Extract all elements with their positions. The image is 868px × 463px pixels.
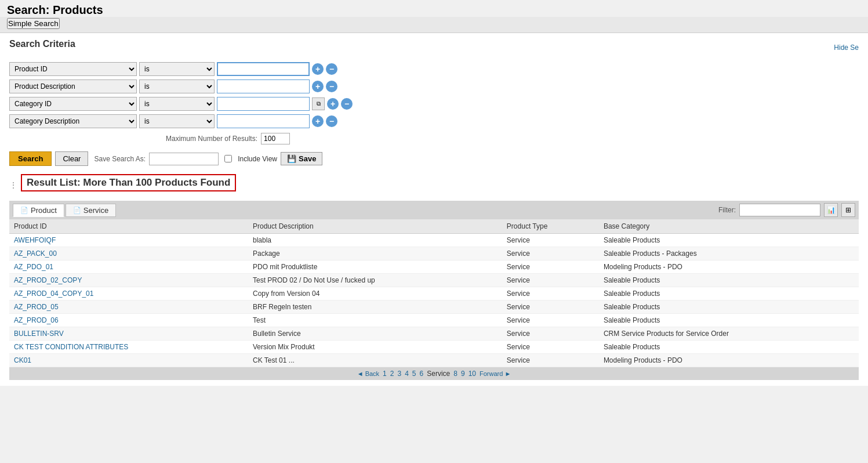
col-product-type: Product Type	[502, 219, 599, 234]
remove-criterion-1[interactable]: −	[326, 63, 337, 75]
include-view-checkbox[interactable]	[224, 155, 232, 162]
field-select-1[interactable]: Product ID Product Description Category …	[9, 62, 137, 76]
copy-button-3[interactable]: ⧉	[312, 97, 325, 110]
cell-product-id[interactable]: CK01	[9, 354, 248, 367]
page-2[interactable]: 2	[390, 370, 394, 378]
cell-product-id[interactable]: AZ_PACK_00	[9, 247, 248, 261]
cell-product-desc: Test PROD 02 / Do Not Use / fucked up	[248, 274, 502, 287]
operator-select-3[interactable]: is is not contains starts with	[139, 97, 215, 111]
include-view-label: Include View	[238, 155, 277, 163]
page-10[interactable]: 10	[468, 370, 476, 378]
cell-base-category: Saleable Products	[599, 314, 859, 327]
grid-icon-button[interactable]: ⊞	[841, 203, 855, 217]
cell-base-category: Modeling Products - PDO	[599, 261, 859, 274]
cell-product-desc: BRF Regeln testen	[248, 301, 502, 314]
max-results-label: Maximum Number of Results:	[166, 135, 257, 143]
add-criterion-4[interactable]: +	[312, 115, 324, 127]
criteria-row-3: Product ID Product Description Category …	[9, 97, 859, 111]
cell-product-type: Service	[502, 327, 599, 341]
value-input-2[interactable]	[217, 79, 310, 93]
page-8[interactable]: 8	[453, 370, 457, 378]
remove-criterion-3[interactable]: −	[341, 98, 353, 110]
drag-handle: ⋮	[9, 180, 17, 190]
operator-select-4[interactable]: is is not contains starts with	[139, 114, 215, 128]
filter-input[interactable]	[739, 204, 820, 216]
clear-button[interactable]: Clear	[55, 151, 88, 166]
table-row: CK TEST CONDITION ATTRIBUTES Version Mix…	[9, 341, 859, 354]
cell-product-id[interactable]: AZ_PROD_04_COPY_01	[9, 287, 248, 301]
table-row: CK01 CK Test 01 ... Service Modeling Pro…	[9, 354, 859, 367]
field-select-4[interactable]: Product ID Product Description Category …	[9, 114, 137, 128]
grid-icon: ⊞	[845, 206, 851, 214]
table-row: AZ_PDO_01 PDO mit Produktliste Service M…	[9, 261, 859, 274]
table-row: AZ_PACK_00 Package Service Saleable Prod…	[9, 247, 859, 261]
page-service-label: Service	[427, 370, 450, 378]
page-title-bar: Search: Products	[0, 0, 868, 17]
cell-product-type: Service	[502, 261, 599, 274]
result-table: Product ID Product Description Product T…	[9, 219, 859, 367]
value-input-3[interactable]	[217, 97, 310, 111]
page-4[interactable]: 4	[405, 370, 409, 378]
value-input-4[interactable]	[217, 114, 310, 128]
search-actions-row: Search Clear Save Search As: Include Vie…	[9, 151, 859, 166]
add-criterion-1[interactable]: +	[312, 63, 324, 75]
page-5[interactable]: 5	[412, 370, 416, 378]
result-title: Result List: More Than 100 Products Foun…	[21, 174, 236, 191]
page-1[interactable]: 1	[383, 370, 387, 378]
save-search-input[interactable]	[149, 153, 219, 165]
cell-product-id[interactable]: AZ_PDO_01	[9, 261, 248, 274]
tab-product[interactable]: 📄 Product	[13, 204, 64, 217]
chart-icon-button[interactable]: 📊	[824, 203, 838, 217]
field-select-2[interactable]: Product ID Product Description Category …	[9, 79, 137, 93]
cell-product-id[interactable]: AWEHFOIQF	[9, 234, 248, 247]
cell-base-category: CRM Service Products for Service Order	[599, 327, 859, 341]
tabs-container: 📄 Product 📄 Service	[13, 204, 116, 217]
page-6[interactable]: 6	[420, 370, 424, 378]
page-9[interactable]: 9	[461, 370, 465, 378]
remove-criterion-2[interactable]: −	[326, 81, 337, 92]
page-3[interactable]: 3	[397, 370, 401, 378]
remove-criterion-4[interactable]: −	[326, 115, 337, 127]
cell-product-id[interactable]: AZ_PROD_06	[9, 314, 248, 327]
cell-base-category: Saleable Products	[599, 341, 859, 354]
top-bar: Simple Search	[0, 17, 868, 33]
cell-base-category: Saleable Products	[599, 234, 859, 247]
operator-select-2[interactable]: is is not contains starts with	[139, 79, 215, 93]
col-base-category: Base Category	[599, 219, 859, 234]
cell-product-type: Service	[502, 354, 599, 367]
cell-product-id[interactable]: AZ_PROD_02_COPY	[9, 274, 248, 287]
col-product-id: Product ID	[9, 219, 248, 234]
table-row: AZ_PROD_02_COPY Test PROD 02 / Do Not Us…	[9, 274, 859, 287]
criteria-row-2: Product ID Product Description Category …	[9, 79, 859, 93]
cell-product-id[interactable]: BULLETIN-SRV	[9, 327, 248, 341]
value-input-1[interactable]	[217, 62, 310, 76]
cell-base-category: Modeling Products - PDO	[599, 354, 859, 367]
cell-product-id[interactable]: AZ_PROD_05	[9, 301, 248, 314]
table-row: BULLETIN-SRV Bulletin Service Service CR…	[9, 327, 859, 341]
tab-service[interactable]: 📄 Service	[66, 204, 116, 217]
field-select-3[interactable]: Product ID Product Description Category …	[9, 97, 137, 111]
cell-product-desc: Test	[248, 314, 502, 327]
pagination-back[interactable]: ◄ Back	[357, 370, 379, 377]
cell-product-desc: Copy from Version 04	[248, 287, 502, 301]
search-button[interactable]: Search	[9, 151, 52, 166]
add-criterion-3[interactable]: +	[327, 98, 339, 110]
add-criterion-2[interactable]: +	[312, 81, 324, 92]
table-row: AZ_PROD_04_COPY_01 Copy from Version 04 …	[9, 287, 859, 301]
hide-search-link[interactable]: Hide Se	[834, 44, 859, 52]
table-row: AZ_PROD_05 BRF Regeln testen Service Sal…	[9, 301, 859, 314]
pagination-forward[interactable]: Forward ►	[480, 370, 511, 377]
operator-select-1[interactable]: is is not contains starts with	[139, 62, 215, 76]
cell-product-id[interactable]: CK TEST CONDITION ATTRIBUTES	[9, 341, 248, 354]
table-row: AWEHFOIQF blabla Service Saleable Produc…	[9, 234, 859, 247]
chart-icon: 📊	[827, 206, 836, 214]
save-button[interactable]: 💾 Save	[281, 152, 322, 165]
search-criteria-title: Search Criteria	[9, 39, 75, 49]
cell-product-type: Service	[502, 301, 599, 314]
cell-product-desc: Bulletin Service	[248, 327, 502, 341]
save-search-as-label: Save Search As:	[94, 155, 146, 163]
cell-base-category: Saleable Products	[599, 274, 859, 287]
cell-base-category: Saleable Products	[599, 287, 859, 301]
max-results-input[interactable]	[261, 133, 290, 144]
simple-search-button[interactable]: Simple Search	[7, 18, 60, 29]
